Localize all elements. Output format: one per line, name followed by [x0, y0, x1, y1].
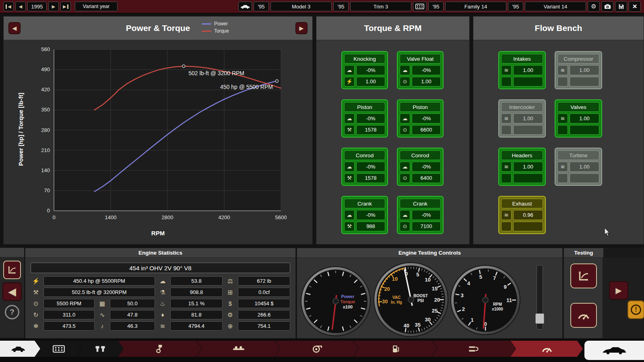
car-preview-tab[interactable]	[584, 341, 644, 360]
tab-testing[interactable]	[510, 341, 583, 357]
next-variant-year-button[interactable]: ▶	[48, 2, 59, 11]
variant-name-field[interactable]: Variant 14	[525, 2, 586, 11]
svg-text:20: 20	[434, 297, 440, 303]
rpm-gauge-icon: ⊙	[400, 125, 410, 135]
chart-next-button[interactable]: ▶	[295, 22, 308, 34]
rail-header-stub	[0, 248, 24, 257]
smoothness-icon: ∿	[97, 310, 107, 319]
power-torque-panel: ◀ Power & Torque Power Torque ▶ 01400280…	[3, 16, 313, 245]
tab-car[interactable]	[0, 341, 40, 357]
close-button[interactable]: ×	[629, 1, 641, 12]
production-icon: ⚙	[225, 310, 235, 319]
prev-variant-year-button[interactable]: ◀	[15, 2, 26, 11]
svg-text:0: 0	[47, 208, 50, 214]
dyno-chart: 0140028004200560007014021028035042049056…	[4, 40, 313, 229]
skip-bar	[67, 4, 68, 9]
flow-value: 1.00	[513, 162, 543, 171]
tab-aspiration[interactable]	[275, 341, 359, 357]
svg-text:210: 210	[41, 147, 50, 153]
dyno-graph-button[interactable]	[570, 263, 597, 288]
svg-text:3: 3	[461, 292, 464, 298]
limit-value: 1.00	[356, 77, 385, 86]
settings-button[interactable]: ⚙	[588, 1, 600, 12]
box-title: Turbine	[557, 150, 599, 160]
power-swatch	[202, 23, 211, 25]
flow-value: 1.00	[570, 113, 599, 123]
empty-cell	[570, 125, 599, 135]
graph-view-button[interactable]	[3, 261, 21, 279]
empty-cell	[501, 77, 512, 86]
fuel-mixture-icon: ⚗	[157, 288, 168, 297]
svg-text:70: 70	[44, 187, 50, 193]
tab-engine-family[interactable]	[35, 341, 82, 357]
engine-family-button[interactable]	[413, 2, 427, 11]
throttle-slider-track[interactable]	[537, 265, 543, 329]
flow-bench-title: Flow Bench	[535, 23, 582, 33]
box-title: Crank	[400, 199, 441, 208]
car-silhouette-icon	[602, 346, 627, 355]
rpm-gauge-icon: ⊙	[400, 222, 410, 231]
stat-weight-value: 672 lb	[238, 276, 290, 286]
model-name-field[interactable]: Model 3	[270, 2, 332, 11]
box-title: Knocking	[344, 54, 385, 64]
warnings-button[interactable]: !	[627, 300, 644, 319]
box-title: Valve Float	[400, 54, 441, 64]
gauge-view-button[interactable]	[570, 303, 597, 328]
gear-icon: ⚙	[591, 3, 596, 10]
trim-name-field[interactable]: Trim 3	[350, 2, 411, 11]
box-title: Compressor	[557, 54, 599, 64]
throttle-slider-handle[interactable]	[535, 313, 544, 324]
back-arrow-icon: ◀	[8, 286, 16, 298]
back-button[interactable]: ◀	[2, 282, 22, 301]
svg-text:2800: 2800	[162, 214, 173, 220]
intakes-box: Intakes ≋1.00	[498, 51, 546, 89]
oil-icon: ♦	[157, 310, 168, 319]
help-button[interactable]: ?	[5, 305, 19, 319]
stat-knock-value: 53.8	[170, 276, 223, 286]
power-torque-title: Power & Torque	[126, 23, 190, 33]
car-model-button[interactable]	[238, 2, 252, 11]
run-test-button[interactable]: ▶	[609, 281, 628, 300]
tachometer-gauge: 0123457911RPMx1000	[450, 264, 521, 336]
tab-exhaust[interactable]	[432, 341, 516, 357]
empty-cell	[501, 125, 512, 135]
first-variant-year-button[interactable]: ◀	[3, 2, 14, 11]
svg-text:x1000: x1000	[492, 307, 503, 311]
variant-year-value[interactable]: 1995	[27, 2, 47, 11]
tab-fuel-system[interactable]	[353, 341, 437, 357]
torque-rpm-title: Torque & RPM	[364, 23, 421, 33]
flow-icon: ≋	[501, 210, 512, 220]
last-variant-year-button[interactable]: ▶	[60, 2, 71, 11]
svg-text:10: 10	[392, 276, 398, 282]
variant-year-label[interactable]: Variant year	[75, 2, 118, 11]
stat-production-value: 266.6	[238, 310, 290, 319]
exhaust-pipes-icon	[468, 346, 480, 352]
box-title: Conrod	[400, 150, 441, 160]
power-torque-header: ◀ Power & Torque Power Torque ▶	[4, 16, 312, 40]
box-title: Conrod	[344, 150, 385, 160]
flow-value: 1.00	[513, 113, 543, 123]
torque-rpm-panel: Torque & RPM Knocking ☁-0% ⚡1.00 Valve F…	[316, 16, 470, 245]
empty-cell	[513, 173, 543, 183]
tab-valvetrain[interactable]	[196, 341, 280, 357]
trim-year-badge: '95	[333, 2, 349, 11]
svg-text:VAC: VAC	[392, 295, 400, 300]
chart-prev-button[interactable]: ◀	[8, 22, 21, 34]
tab-bottom-end[interactable]	[118, 341, 202, 357]
svg-text:502 lb-ft @ 3200 RPM: 502 lb-ft @ 3200 RPM	[188, 70, 244, 76]
chart-x-axis-label: RPM	[4, 230, 312, 237]
torque-rpm-grid: Knocking ☁-0% ⚡1.00 Valve Float ☁-0% ⊙1.…	[341, 51, 444, 234]
stat-smoothness-value: 47.8	[110, 310, 155, 319]
knock-icon: ☁	[400, 162, 410, 171]
box-title: Crank	[344, 199, 385, 208]
svg-text:In. Hg: In. Hg	[391, 300, 402, 304]
rpm-value: 6400	[412, 173, 441, 183]
close-icon: ×	[632, 2, 637, 11]
screenshot-button[interactable]	[601, 1, 613, 12]
family-name-field[interactable]: Family 14	[445, 2, 506, 11]
knock-value: -0%	[356, 162, 385, 171]
save-button[interactable]	[615, 1, 627, 12]
tab-top-end[interactable]	[76, 341, 123, 357]
stress-value: 988	[356, 222, 385, 231]
svg-text:40: 40	[403, 323, 409, 329]
